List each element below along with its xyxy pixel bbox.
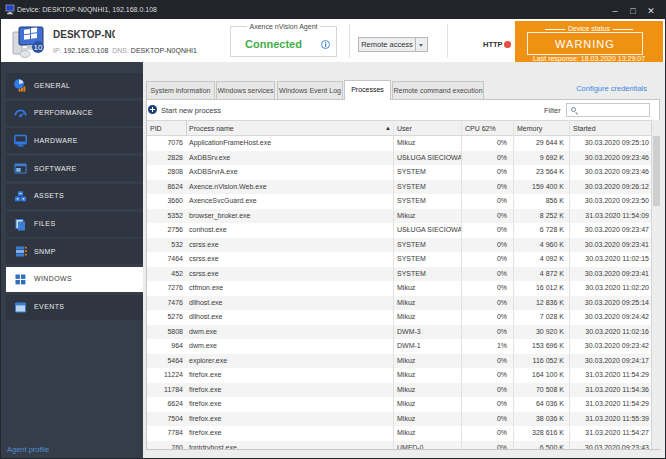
svg-text:10: 10 xyxy=(34,43,43,52)
